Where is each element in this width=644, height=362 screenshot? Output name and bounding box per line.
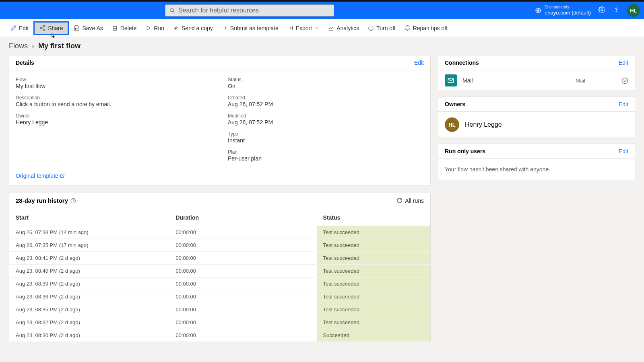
owner-row[interactable]: HL Henry Legge: [438, 112, 635, 138]
run-duration: 00:00:00: [169, 329, 316, 342]
run-start: Aug 23, 08:36 PM (2 d ago): [9, 290, 169, 303]
table-row[interactable]: Aug 26, 07:38 PM (14 min ago) 00:00:00 T…: [9, 226, 430, 239]
col-duration: Duration: [169, 208, 316, 226]
original-template-link[interactable]: Original template: [16, 173, 65, 179]
table-row[interactable]: Aug 26, 07:35 PM (17 min ago) 00:00:00 T…: [9, 239, 430, 252]
table-row[interactable]: Aug 23, 08:32 PM (2 d ago) 00:00:00 Test…: [9, 316, 430, 329]
table-row[interactable]: Aug 23, 08:35 PM (2 d ago) 00:00:00 Test…: [9, 303, 430, 316]
run-history-table: Start Duration Status Aug 26, 07:38 PM (…: [9, 208, 430, 342]
details-edit-link[interactable]: Edit: [414, 60, 424, 66]
run-start: Aug 23, 08:40 PM (2 d ago): [9, 265, 169, 278]
submit-template-button[interactable]: Submit as template: [218, 23, 283, 34]
run-only-edit-link[interactable]: Edit: [619, 148, 628, 154]
connections-title: Connections: [445, 60, 479, 66]
chevron-down-icon: [314, 26, 319, 31]
check-circle-icon: [621, 77, 628, 84]
svg-point-23: [622, 78, 627, 83]
refresh-icon: [396, 197, 402, 204]
run-status: Test succeeded: [317, 278, 430, 290]
owner-avatar: HL: [445, 117, 459, 132]
table-row[interactable]: Aug 23, 08:39 PM (2 d ago) 00:00:00 Test…: [9, 278, 430, 290]
user-avatar[interactable]: HL: [627, 4, 640, 17]
connections-card: Connections Edit Mail Mail: [438, 55, 635, 91]
share-button[interactable]: Share: [33, 21, 69, 35]
svg-marker-10: [147, 26, 151, 30]
run-duration: 00:00:00: [169, 239, 316, 252]
connection-type: Mail: [576, 78, 616, 84]
run-duration: 00:00:00: [169, 252, 316, 265]
external-link-icon: [60, 173, 65, 178]
all-runs-link[interactable]: All runs: [396, 197, 424, 204]
owners-title: Owners: [445, 101, 465, 107]
svg-line-9: [42, 28, 43, 29]
col-start: Start: [9, 208, 169, 226]
table-row[interactable]: Aug 23, 08:41 PM (2 d ago) 00:00:00 Test…: [9, 252, 430, 265]
run-status: Test succeeded: [317, 316, 430, 329]
mail-icon: [445, 74, 457, 86]
svg-line-8: [42, 27, 43, 28]
copy-icon: [173, 25, 179, 31]
svg-point-6: [40, 27, 42, 29]
bell-icon: [405, 25, 411, 31]
save-as-button[interactable]: Save As: [70, 23, 107, 34]
run-start: Aug 23, 08:41 PM (2 d ago): [9, 252, 169, 265]
svg-line-18: [62, 174, 64, 177]
export-icon: [287, 25, 293, 31]
run-status: Succeeded: [317, 329, 430, 342]
run-start: Aug 26, 07:35 PM (17 min ago): [9, 239, 169, 252]
run-duration: 00:00:00: [169, 278, 316, 290]
run-start: Aug 26, 07:38 PM (14 min ago): [9, 226, 169, 239]
table-row[interactable]: Aug 23, 08:40 PM (2 d ago) 00:00:00 Test…: [9, 265, 430, 278]
connection-name: Mail: [462, 77, 570, 84]
run-status: Test succeeded: [317, 239, 430, 252]
environment-picker[interactable]: Environments enayu.com (default): [535, 5, 591, 16]
run-duration: 00:00:00: [169, 303, 316, 316]
save-icon: [74, 25, 80, 31]
turn-off-button[interactable]: Turn off: [364, 23, 399, 34]
info-icon[interactable]: [70, 198, 76, 204]
repair-tips-button[interactable]: Repair tips off: [400, 23, 452, 34]
help-icon[interactable]: [613, 6, 620, 15]
run-only-users-card: Run only users Edit Your flow hasn't bee…: [438, 144, 635, 180]
run-status: Test succeeded: [317, 252, 430, 265]
send-copy-button[interactable]: Send a copy: [169, 23, 217, 34]
details-card: Details Edit FlowMy first flow Descripti…: [9, 55, 431, 185]
environment-label: Environments: [545, 5, 591, 10]
arrow-right-icon: [222, 25, 228, 31]
analytics-button[interactable]: Analytics: [324, 23, 363, 34]
col-status: Status: [317, 208, 430, 226]
delete-button[interactable]: Delete: [108, 23, 140, 34]
owner-name: Henry Legge: [465, 121, 502, 128]
export-button[interactable]: Export: [283, 23, 323, 34]
run-status: Test succeeded: [317, 303, 430, 316]
pencil-icon: [10, 25, 17, 31]
edit-button[interactable]: Edit: [6, 23, 33, 34]
svg-point-0: [170, 8, 173, 12]
run-status: Test succeeded: [317, 226, 430, 239]
svg-point-3: [601, 9, 603, 11]
settings-icon[interactable]: [598, 6, 605, 15]
connection-row[interactable]: Mail Mail: [438, 70, 635, 90]
table-row[interactable]: Aug 23, 08:30 PM (2 d ago) 00:00:00 Succ…: [9, 329, 430, 342]
svg-point-7: [43, 29, 45, 31]
breadcrumb-root[interactable]: Flows: [9, 42, 28, 50]
search-input[interactable]: Search for helpful resources: [165, 4, 334, 16]
chevron-right-icon: ›: [32, 42, 34, 50]
search-icon: [169, 8, 175, 13]
trash-icon: [112, 25, 118, 31]
svg-point-21: [73, 199, 73, 200]
run-duration: 00:00:00: [169, 226, 316, 239]
table-row[interactable]: Aug 23, 08:36 PM (2 d ago) 00:00:00 Test…: [9, 290, 430, 303]
connections-edit-link[interactable]: Edit: [619, 60, 628, 66]
environment-value: enayu.com (default): [545, 10, 591, 16]
breadcrumb-current: My first flow: [38, 42, 80, 50]
run-only-empty-text: Your flow hasn't been shared with anyone…: [438, 159, 635, 180]
run-start: Aug 23, 08:39 PM (2 d ago): [9, 278, 169, 290]
owners-edit-link[interactable]: Edit: [619, 101, 628, 107]
owners-card: Owners Edit HL Henry Legge: [438, 97, 635, 138]
run-button[interactable]: Run: [141, 23, 168, 34]
svg-point-5: [43, 25, 45, 27]
power-icon: [368, 25, 374, 31]
play-icon: [145, 25, 151, 31]
run-duration: 00:00:00: [169, 316, 316, 329]
